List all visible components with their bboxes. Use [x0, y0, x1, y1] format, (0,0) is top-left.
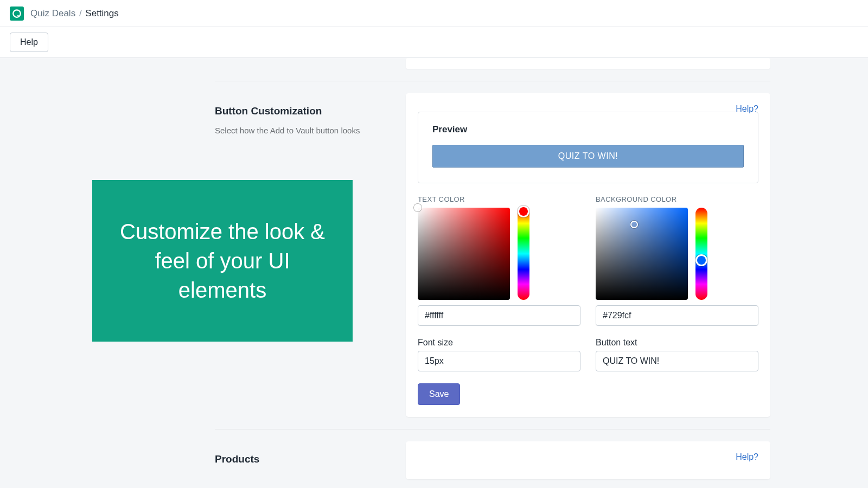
section-title: Button Customization: [215, 105, 386, 117]
help-button[interactable]: Help: [10, 33, 48, 52]
text-color-input[interactable]: [418, 305, 580, 326]
top-bar: Quiz Deals / Settings: [0, 0, 868, 27]
previous-section-card-fragment: [406, 58, 770, 69]
marketing-callout: Customize the look & feel of your UI ele…: [92, 180, 353, 342]
bg-color-label: BACKGROUND COLOR: [596, 195, 758, 203]
button-text-group: Button text: [596, 338, 758, 371]
breadcrumb-sep: /: [79, 8, 82, 18]
customization-card: Help? Preview QUIZ TO WIN! TEXT COLOR: [406, 93, 770, 417]
text-color-hue-thumb[interactable]: [518, 206, 529, 217]
preview-label: Preview: [432, 124, 744, 135]
card-help-link[interactable]: Help?: [736, 452, 758, 462]
breadcrumb-current: Settings: [85, 8, 118, 18]
button-text-label: Button text: [596, 338, 758, 348]
page-body: Button Customization Select how the Add …: [0, 58, 868, 488]
color-pickers-row: TEXT COLOR BACKGROUND: [418, 195, 758, 326]
text-color-hue[interactable]: [518, 208, 529, 300]
bg-color-hue[interactable]: [695, 208, 707, 300]
breadcrumb: Quiz Deals / Settings: [30, 8, 119, 19]
breadcrumb-app[interactable]: Quiz Deals: [30, 8, 75, 18]
products-card: Help?: [406, 441, 770, 479]
section-left: Products: [215, 441, 386, 479]
font-size-group: Font size: [418, 338, 580, 371]
bg-color-marker[interactable]: [630, 221, 638, 228]
section-description: Select how the Add to Vault button looks: [215, 125, 386, 137]
card-help-link[interactable]: Help?: [736, 104, 758, 114]
preview-box: Preview QUIZ TO WIN!: [418, 112, 758, 183]
bg-color-hue-thumb[interactable]: [695, 254, 707, 266]
bg-color-satval[interactable]: [596, 208, 688, 300]
save-button[interactable]: Save: [418, 383, 460, 405]
bg-color-group: BACKGROUND COLOR: [596, 195, 758, 326]
text-color-picker: [418, 208, 580, 300]
section-products: Products Help?: [215, 441, 770, 479]
button-text-input[interactable]: [596, 351, 758, 371]
section-divider: [215, 81, 770, 81]
font-size-input[interactable]: [418, 351, 580, 371]
font-size-label: Font size: [418, 338, 580, 348]
text-color-label: TEXT COLOR: [418, 195, 580, 203]
callout-text: Customize the look & feel of your UI ele…: [112, 217, 333, 305]
bg-color-picker: [596, 208, 758, 300]
text-color-satval[interactable]: [418, 208, 510, 300]
text-color-marker[interactable]: [414, 204, 422, 211]
app-logo-icon: [10, 7, 24, 21]
section-divider: [215, 429, 770, 429]
text-color-group: TEXT COLOR: [418, 195, 580, 326]
sub-bar: Help: [0, 27, 868, 58]
bg-color-input[interactable]: [596, 305, 758, 326]
input-row: Font size Button text: [418, 338, 758, 371]
preview-button[interactable]: QUIZ TO WIN!: [432, 145, 744, 168]
products-title: Products: [215, 453, 386, 465]
